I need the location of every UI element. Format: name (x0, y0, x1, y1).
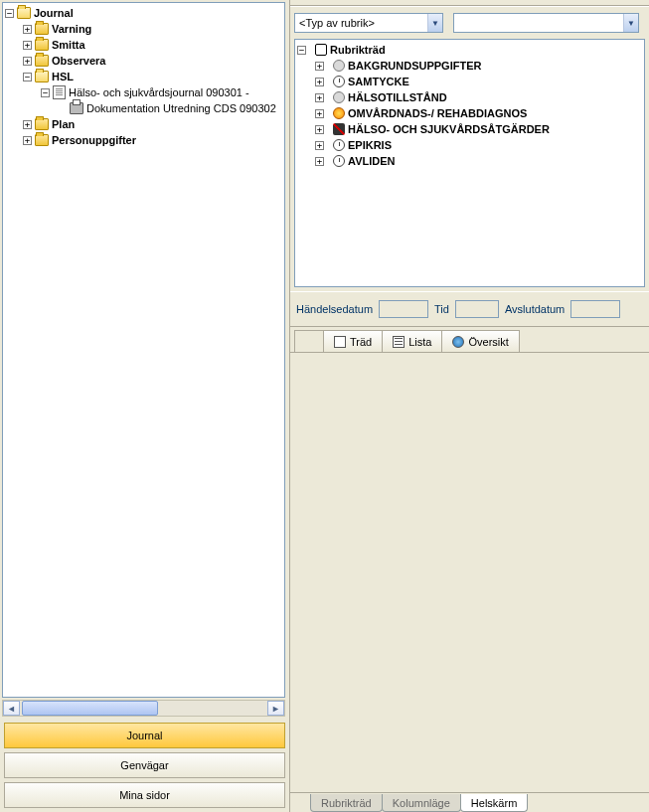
avslutdatum-label: Avslutdatum (505, 303, 565, 315)
fields-bar: Händelsedatum Tid Avslutdatum (290, 291, 649, 327)
nav-label: Mina sidor (119, 789, 170, 801)
collapse-icon[interactable]: − (5, 9, 14, 18)
folder-icon (35, 55, 49, 67)
scroll-left-button[interactable]: ◄ (3, 701, 20, 716)
collapse-icon[interactable]: − (41, 88, 50, 97)
tab-label: Rubrikträd (321, 797, 372, 809)
tid-label: Tid (434, 303, 449, 315)
tree-item-personuppgifter[interactable]: + Personuppgifter (5, 132, 282, 148)
nav-label: Genvägar (120, 759, 168, 771)
tree-item-hsl[interactable]: − HSL (5, 69, 282, 84)
expand-icon[interactable]: + (315, 141, 324, 150)
node-icon (333, 91, 345, 103)
collapse-icon[interactable]: − (297, 46, 306, 55)
folder-open-icon (35, 71, 49, 82)
folder-open-icon (17, 7, 31, 19)
expand-icon[interactable]: + (23, 136, 32, 145)
pen-icon (333, 123, 345, 135)
bottom-tab-rubriktrad[interactable]: Rubrikträd (310, 794, 383, 812)
tab-oversikt[interactable]: Översikt (441, 330, 519, 352)
tid-input[interactable] (455, 300, 499, 318)
tab-lista[interactable]: Lista (382, 330, 442, 352)
folder-icon (35, 39, 49, 51)
node-icon (333, 60, 345, 72)
nav-genvagar-button[interactable]: Genvägar (4, 752, 285, 778)
overview-icon (452, 336, 464, 348)
rubrik-label: OMVÅRDNADS-/ REHABDIAGNOS (348, 105, 527, 121)
tab-stub (294, 330, 324, 352)
list-icon (393, 336, 405, 348)
main-view-area (290, 353, 649, 792)
document-icon (53, 85, 66, 99)
tree-label: Dokumentation Utredning CDS 090302 (86, 100, 276, 116)
rubrik-label: Rubrikträd (330, 42, 386, 58)
rubrik-item[interactable]: + OMVÅRDNADS-/ REHABDIAGNOS (297, 105, 642, 121)
expand-icon[interactable]: + (315, 125, 324, 134)
rubrik-item[interactable]: + HÄLSO- OCH SJUKVÅRDSÅTGÄRDER (297, 121, 642, 137)
tree-root-icon (315, 44, 327, 56)
bottom-tab-kolumnlage[interactable]: Kolumnläge (382, 794, 461, 812)
view-tabs: Träd Lista Översikt (290, 327, 649, 353)
tree-item-observera[interactable]: + Observera (5, 53, 282, 69)
expand-icon[interactable]: + (23, 41, 32, 50)
rubrik-label: EPIKRIS (348, 137, 392, 153)
journal-tree[interactable]: − Journal + Varning + Smitta (2, 2, 285, 698)
tree-item-varning[interactable]: + Varning (5, 21, 282, 37)
expand-icon[interactable]: + (23, 25, 32, 34)
tree-label: Plan (52, 116, 75, 132)
clock-icon (333, 139, 345, 151)
tree-item-hsl-journal[interactable]: − Hälso- och sjukvårdsjournal 090301 - (5, 84, 282, 100)
rubrik-label: BAKGRUNDSUPPGIFTER (348, 58, 481, 74)
scroll-track[interactable] (20, 701, 267, 716)
folder-icon (35, 134, 49, 146)
expand-icon[interactable]: + (315, 62, 324, 71)
tree-item-hsl-doc[interactable]: Dokumentation Utredning CDS 090302 (5, 100, 282, 116)
avslutdatum-input[interactable] (570, 300, 620, 318)
tab-label: Översikt (468, 336, 508, 348)
rubrik-label: SAMTYCKE (348, 74, 409, 89)
nav-journal-button[interactable]: Journal (4, 723, 285, 748)
tree-label: Personuppgifter (52, 132, 136, 148)
dropdown-icon[interactable]: ▼ (623, 14, 638, 32)
secondary-combo[interactable]: ▼ (453, 13, 639, 33)
expand-icon[interactable]: + (315, 109, 324, 118)
horizontal-scrollbar[interactable]: ◄ ► (2, 700, 285, 717)
rubrik-root[interactable]: − Rubrikträd (297, 42, 642, 58)
tree-item-smitta[interactable]: + Smitta (5, 37, 282, 53)
bottom-tab-helskarm[interactable]: Helskärm (460, 794, 528, 812)
expand-icon[interactable]: + (315, 157, 324, 166)
nav-minasidor-button[interactable]: Mina sidor (4, 782, 285, 808)
tree-label: Smitta (52, 37, 85, 53)
rubrik-tree[interactable]: − Rubrikträd + BAKGRUNDSUPPGIFTER + SAMT… (294, 39, 645, 287)
handelsedatum-input[interactable] (379, 300, 428, 318)
tab-label: Kolumnläge (393, 797, 450, 809)
expand-icon[interactable]: + (315, 78, 324, 86)
scroll-right-button[interactable]: ► (267, 701, 284, 716)
rubrik-type-combo[interactable]: <Typ av rubrik> ▼ (294, 13, 443, 33)
rubrik-item[interactable]: + HÄLSOTILLSTÅND (297, 89, 642, 105)
rubrik-item[interactable]: + AVLIDEN (297, 153, 642, 169)
bottom-tabs: Rubrikträd Kolumnläge Helskärm (290, 792, 649, 812)
tab-label: Lista (408, 336, 431, 348)
rubrik-item[interactable]: + SAMTYCKE (297, 74, 642, 89)
tree-item-plan[interactable]: + Plan (5, 116, 282, 132)
tree-item-journal[interactable]: − Journal (5, 5, 282, 21)
tree-label: Observera (52, 53, 105, 69)
rubrik-item[interactable]: + EPIKRIS (297, 137, 642, 153)
collapse-icon[interactable]: − (23, 73, 32, 81)
rubrik-label: AVLIDEN (348, 153, 395, 169)
handelsedatum-label: Händelsedatum (296, 303, 373, 315)
rubrik-item[interactable]: + BAKGRUNDSUPPGIFTER (297, 58, 642, 74)
expand-icon[interactable]: + (23, 120, 32, 129)
folder-icon (35, 23, 49, 35)
dropdown-icon[interactable]: ▼ (427, 14, 442, 32)
scroll-thumb[interactable] (22, 701, 158, 716)
expand-icon[interactable]: + (23, 57, 32, 66)
expand-icon[interactable]: + (315, 93, 324, 102)
tree-label: Hälso- och sjukvårdsjournal 090301 - (69, 84, 249, 100)
clock-icon (333, 155, 345, 167)
tab-label: Träd (350, 336, 372, 348)
rubrik-label: HÄLSO- OCH SJUKVÅRDSÅTGÄRDER (348, 121, 550, 137)
printer-icon (70, 102, 83, 114)
tab-trad[interactable]: Träd (323, 330, 383, 352)
